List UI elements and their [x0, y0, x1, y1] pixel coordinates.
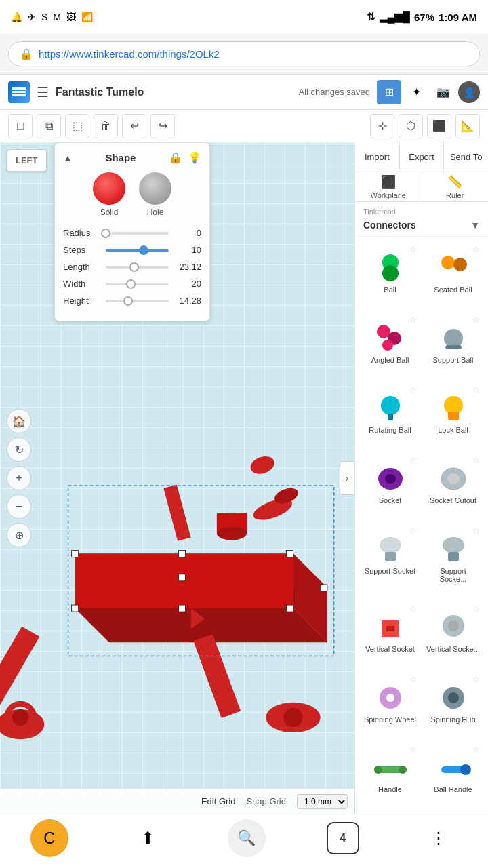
edit-grid-btn[interactable]: Edit Grid: [201, 796, 236, 806]
svg-rect-4: [72, 551, 79, 557]
sendto-btn[interactable]: Send To: [444, 142, 488, 172]
group-btn[interactable]: ⬚: [65, 114, 89, 138]
data-icon: ⇅: [367, 11, 375, 23]
redo-btn[interactable]: ↪: [150, 114, 175, 138]
time: 1:09 AM: [439, 12, 477, 23]
workplane-btn[interactable]: ⬛ Workplane: [355, 172, 422, 201]
category-selector[interactable]: Connectors ▼: [355, 217, 488, 237]
plane-btn[interactable]: ⬡: [399, 114, 423, 138]
shape-card-seated-ball[interactable]: ☆ Seated Ball: [424, 242, 483, 309]
shape-card-spinning-wheel[interactable]: ☆ Spinning Wheel: [361, 672, 420, 738]
favorite-icon[interactable]: ☆: [409, 526, 417, 536]
favorite-icon[interactable]: ☆: [409, 245, 417, 254]
measure-btn[interactable]: 📐: [455, 114, 480, 138]
undo-btn[interactable]: ↩: [122, 114, 146, 138]
url-bar[interactable]: 🔒 https://www.tinkercad.com/things/2OLk2: [8, 41, 480, 66]
shape-preview: [369, 529, 412, 564]
shape-name: Vertical Socke...: [426, 645, 480, 653]
profile-btn[interactable]: 👤: [458, 81, 480, 103]
more-nav-btn[interactable]: ⋮: [420, 819, 458, 857]
grid-view-btn[interactable]: ⊞: [377, 80, 401, 104]
svg-point-26: [248, 453, 277, 477]
shape-card-vertical-socket[interactable]: ☆ Vertical Socket: [361, 601, 420, 668]
favorite-icon[interactable]: ☆: [409, 675, 417, 684]
favorite-icon[interactable]: ☆: [472, 745, 480, 754]
info-icon[interactable]: 💡: [188, 151, 201, 164]
svg-point-50: [448, 620, 459, 631]
transform-btn[interactable]: ✦: [404, 80, 428, 104]
shape-card-angled-ball[interactable]: ☆ Angled Ball: [361, 313, 420, 379]
search-icon: 🔍: [237, 829, 256, 847]
header-actions: ⊞ ✦ 📷 👤: [377, 80, 480, 104]
shape-name: Vertical Socket: [365, 645, 415, 653]
camera-btn[interactable]: 📷: [431, 80, 455, 104]
favorite-icon[interactable]: ☆: [472, 456, 480, 465]
tinkercad-label: Tinkercad: [355, 202, 488, 217]
shape-card-rotating-ball[interactable]: ☆ Rotating Ball: [361, 382, 420, 449]
shape-card-handle[interactable]: ☆ Handle: [361, 742, 420, 808]
undo-icon: ↩: [130, 119, 139, 132]
app-logo: [8, 81, 30, 103]
right-panel: Import Export Send To ⬛ Workplane 📏 Rule…: [354, 142, 488, 814]
favorite-icon[interactable]: ☆: [409, 385, 417, 395]
svg-rect-48: [448, 552, 459, 561]
browser-bar: 🔒 https://www.tinkercad.com/things/2OLk2: [0, 34, 488, 75]
svg-rect-7: [286, 605, 293, 612]
new-shape-btn[interactable]: □: [8, 114, 33, 138]
shape-card-support-socket2[interactable]: ☆ Support Socke...: [424, 524, 483, 598]
status-icons: 🔔 ✈ S M 🖼 📶: [11, 12, 93, 22]
shape-card-ball[interactable]: ☆ Ball: [361, 242, 420, 309]
favorite-icon[interactable]: ☆: [472, 675, 480, 684]
delete-btn[interactable]: 🗑: [94, 114, 118, 138]
shape-card-support-socket[interactable]: ☆ Support Socket: [361, 524, 420, 598]
svg-rect-11: [179, 574, 186, 581]
favorite-icon[interactable]: ☆: [409, 604, 417, 614]
gmail-icon: M: [53, 12, 61, 22]
shape-card-socket[interactable]: ☆ Socket: [361, 453, 420, 519]
url-text: https://www.tinkercad.com/things/2OLk2: [39, 48, 220, 60]
shapes-grid: ☆ Ball ☆ Seated Ball ☆: [355, 237, 488, 814]
favorite-icon[interactable]: ☆: [472, 315, 480, 325]
favorite-icon[interactable]: ☆: [472, 604, 480, 614]
snap-value-select[interactable]: 1.0 mm 0.5 mm 2.0 mm: [297, 794, 348, 809]
favorite-icon[interactable]: ☆: [409, 315, 417, 325]
import-btn[interactable]: Import: [355, 142, 400, 172]
shape-preview: [432, 677, 475, 713]
align-btn[interactable]: ⬛: [427, 114, 451, 138]
favorite-icon[interactable]: ☆: [472, 245, 480, 254]
export-btn[interactable]: Export: [400, 142, 445, 172]
svg-point-56: [374, 766, 382, 774]
shape-preview: [432, 248, 475, 283]
shape-card-ball-handle[interactable]: ☆ Ball Handle: [424, 742, 483, 808]
shape-card-support-ball[interactable]: ☆ Support Ball: [424, 313, 483, 379]
snap-btn[interactable]: ⊹: [370, 114, 394, 138]
home-nav-btn[interactable]: C: [30, 819, 68, 857]
shape-preview: [369, 248, 412, 283]
new-icon: □: [17, 120, 24, 132]
favorite-icon[interactable]: ☆: [409, 745, 417, 754]
shape-preview: [432, 607, 475, 642]
shape-card-socket-cutout[interactable]: ☆ Socket Cutout: [424, 453, 483, 519]
shape-card-spinning-hub[interactable]: ☆ Spinning Hub: [424, 672, 483, 738]
shape-name: Support Ball: [433, 356, 474, 364]
ruler-btn[interactable]: 📏 Ruler: [422, 172, 489, 201]
search-nav-btn[interactable]: 🔍: [228, 819, 266, 857]
snap-grid-label: Snap Grid: [246, 796, 286, 806]
favorite-icon[interactable]: ☆: [409, 456, 417, 465]
tabs-btn[interactable]: 4: [327, 822, 359, 854]
shape-card-lock-ball[interactable]: ☆ Lock Ball: [424, 382, 483, 449]
shape-preview: [369, 677, 412, 713]
shape-card-vertical-socket2[interactable]: ☆ Vertical Socke...: [424, 601, 483, 668]
duplicate-btn[interactable]: ⧉: [37, 114, 61, 138]
svg-rect-38: [388, 414, 393, 420]
category-arrow-icon[interactable]: ▼: [470, 220, 480, 231]
svg-point-35: [444, 329, 463, 348]
svg-point-30: [441, 256, 455, 269]
hamburger-icon[interactable]: ☰: [37, 84, 49, 100]
share-nav-btn[interactable]: ⬆: [129, 819, 167, 857]
favorite-icon[interactable]: ☆: [472, 526, 480, 536]
collapse-btn[interactable]: ▲: [63, 153, 73, 163]
viewport[interactable]: LEFT ▲ Shape 🔒 💡 Solid Hole: [0, 142, 354, 814]
favorite-icon[interactable]: ☆: [472, 385, 480, 395]
lock-shape-icon[interactable]: 🔒: [169, 151, 182, 164]
